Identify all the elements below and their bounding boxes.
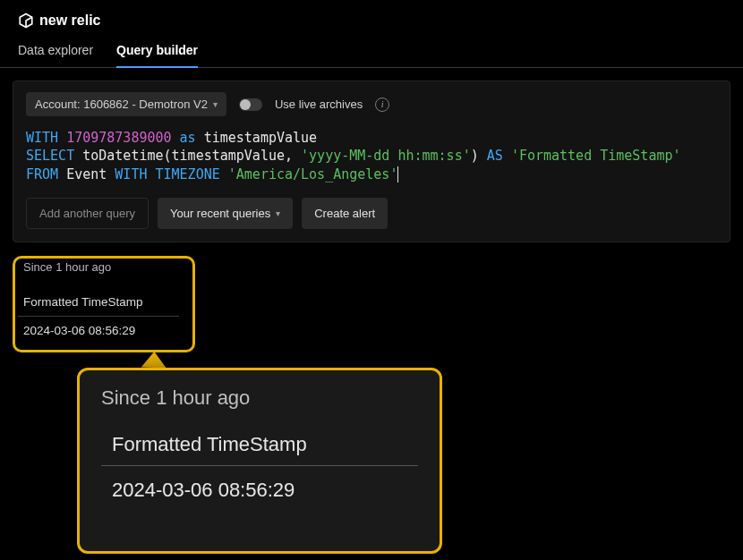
add-another-query-button[interactable]: Add another query [26,198,149,229]
kw-as: as [180,130,196,146]
button-row: Add another query Your recent queries ▾ … [26,198,717,229]
timestamp-literal: 1709787389000 [66,130,171,146]
ident-timestampvalue: timestampValue [204,130,317,146]
brand-logo: new relic [18,13,100,29]
nrql-editor[interactable]: WITH 1709787389000 as timestampValue SEL… [26,129,717,183]
info-icon[interactable]: i [375,98,389,112]
recent-queries-button[interactable]: Your recent queries ▾ [158,198,293,229]
live-archives-toggle[interactable] [239,98,262,111]
create-alert-button[interactable]: Create alert [302,198,388,229]
chevron-down-icon: ▾ [276,208,280,218]
zoom-cell: 2024-03-06 08:56:29 [101,466,418,502]
since-label: Since 1 hour ago [23,260,725,274]
callout-connector [141,352,167,369]
func-todatetime: toDatetime [82,148,163,164]
account-picker[interactable]: Account: 1606862 - Demotron V2 ▾ [26,92,226,116]
result-column-header: Formatted TimeStamp [18,288,179,317]
timezone-string: 'America/Los_Angeles' [228,166,399,182]
results-area: Since 1 hour ago Formatted TimeStamp 202… [0,242,743,357]
brand-name: new relic [39,13,100,29]
result-table: Formatted TimeStamp 2024-03-06 08:56:29 [18,288,179,344]
tab-data-explorer[interactable]: Data explorer [18,43,93,67]
kw-from: FROM [26,166,58,182]
kw-with: WITH [26,130,58,146]
chevron-down-icon: ▾ [213,99,218,109]
live-archives-label: Use live archives [275,98,363,111]
callout-zoom: Since 1 hour ago Formatted TimeStamp 202… [77,368,442,554]
tab-query-builder[interactable]: Query builder [116,43,198,68]
kw-with-timezone: WITH TIMEZONE [115,166,219,182]
format-string: 'yyyy-MM-dd hh:mm:ss' [301,148,471,164]
alias-string: 'Formatted TimeStamp' [511,148,681,164]
arg-timestampvalue: timestampValue [172,148,285,164]
app-header: new relic [0,0,743,34]
ident-event: Event [66,166,107,182]
top-tabs: Data explorer Query builder [0,34,743,68]
result-cell: 2024-03-06 08:56:29 [18,317,179,344]
account-picker-label: Account: 1606862 - Demotron V2 [35,98,208,111]
kw-as2: AS [487,148,503,164]
recent-queries-label: Your recent queries [170,207,270,220]
kw-select: SELECT [26,148,74,164]
new-relic-icon [18,13,34,29]
query-panel: Account: 1606862 - Demotron V2 ▾ Use liv… [13,81,730,242]
panel-controls: Account: 1606862 - Demotron V2 ▾ Use liv… [26,92,717,116]
zoom-column-header: Formatted TimeStamp [101,433,418,466]
zoom-since-label: Since 1 hour ago [101,386,418,410]
